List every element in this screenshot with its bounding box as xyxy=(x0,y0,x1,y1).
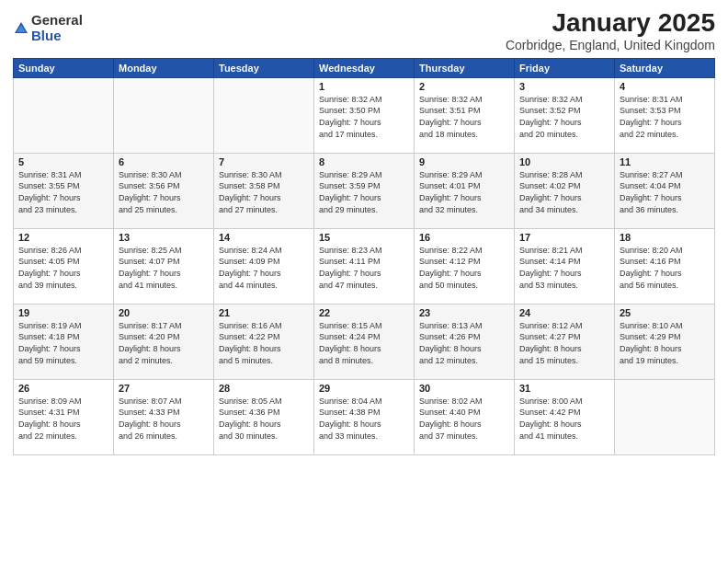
day-cell: 15Sunrise: 8:23 AM Sunset: 4:11 PM Dayli… xyxy=(314,228,415,304)
day-info: Sunrise: 8:30 AM Sunset: 3:56 PM Dayligh… xyxy=(119,169,209,215)
calendar-header: SundayMondayTuesdayWednesdayThursdayFrid… xyxy=(14,58,715,77)
day-cell: 12Sunrise: 8:26 AM Sunset: 4:05 PM Dayli… xyxy=(14,228,114,304)
day-info: Sunrise: 8:29 AM Sunset: 4:01 PM Dayligh… xyxy=(419,169,509,215)
day-number: 16 xyxy=(419,232,509,243)
week-row-4: 19Sunrise: 8:19 AM Sunset: 4:18 PM Dayli… xyxy=(14,304,715,379)
day-info: Sunrise: 8:23 AM Sunset: 4:11 PM Dayligh… xyxy=(319,245,409,291)
day-info: Sunrise: 8:27 AM Sunset: 4:04 PM Dayligh… xyxy=(620,169,710,215)
day-number: 8 xyxy=(319,156,409,167)
day-info: Sunrise: 8:31 AM Sunset: 3:55 PM Dayligh… xyxy=(18,169,108,215)
day-number: 3 xyxy=(519,81,609,92)
day-cell: 23Sunrise: 8:13 AM Sunset: 4:26 PM Dayli… xyxy=(415,304,515,379)
header: General Blue January 2025 Corbridge, Eng… xyxy=(13,9,715,52)
week-row-3: 12Sunrise: 8:26 AM Sunset: 4:05 PM Dayli… xyxy=(14,228,715,304)
header-row: SundayMondayTuesdayWednesdayThursdayFrid… xyxy=(14,58,715,77)
month-title: January 2025 xyxy=(506,9,715,38)
day-number: 9 xyxy=(419,156,509,167)
day-number: 19 xyxy=(18,307,108,318)
day-number: 23 xyxy=(419,307,509,318)
day-cell: 11Sunrise: 8:27 AM Sunset: 4:04 PM Dayli… xyxy=(615,153,715,228)
day-info: Sunrise: 8:10 AM Sunset: 4:29 PM Dayligh… xyxy=(620,320,710,366)
day-cell: 18Sunrise: 8:20 AM Sunset: 4:16 PM Dayli… xyxy=(615,228,715,304)
day-info: Sunrise: 8:13 AM Sunset: 4:26 PM Dayligh… xyxy=(419,320,509,366)
day-info: Sunrise: 8:28 AM Sunset: 4:02 PM Dayligh… xyxy=(519,169,609,215)
day-cell: 6Sunrise: 8:30 AM Sunset: 3:56 PM Daylig… xyxy=(114,153,214,228)
day-number: 25 xyxy=(620,307,710,318)
header-cell-sunday: Sunday xyxy=(14,58,114,77)
day-number: 1 xyxy=(319,81,409,92)
day-cell: 5Sunrise: 8:31 AM Sunset: 3:55 PM Daylig… xyxy=(14,153,114,228)
page: General Blue January 2025 Corbridge, Eng… xyxy=(0,0,728,563)
logo-icon xyxy=(13,20,29,37)
day-number: 7 xyxy=(219,156,309,167)
day-number: 29 xyxy=(319,383,409,394)
day-number: 17 xyxy=(519,232,609,243)
day-cell: 1Sunrise: 8:32 AM Sunset: 3:50 PM Daylig… xyxy=(314,77,415,153)
logo-text: General Blue xyxy=(31,13,83,43)
day-info: Sunrise: 8:31 AM Sunset: 3:53 PM Dayligh… xyxy=(620,94,710,140)
day-info: Sunrise: 8:05 AM Sunset: 4:36 PM Dayligh… xyxy=(219,396,309,442)
day-cell xyxy=(114,77,214,153)
day-number: 6 xyxy=(119,156,209,167)
calendar-table: SundayMondayTuesdayWednesdayThursdayFrid… xyxy=(13,58,715,455)
day-info: Sunrise: 8:12 AM Sunset: 4:27 PM Dayligh… xyxy=(519,320,609,366)
day-number: 27 xyxy=(119,383,209,394)
day-info: Sunrise: 8:19 AM Sunset: 4:18 PM Dayligh… xyxy=(18,320,108,366)
day-cell xyxy=(214,77,314,153)
day-info: Sunrise: 8:22 AM Sunset: 4:12 PM Dayligh… xyxy=(419,245,509,291)
day-number: 12 xyxy=(18,232,108,243)
day-info: Sunrise: 8:25 AM Sunset: 4:07 PM Dayligh… xyxy=(119,245,209,291)
title-block: January 2025 Corbridge, England, United … xyxy=(506,9,715,52)
day-info: Sunrise: 8:20 AM Sunset: 4:16 PM Dayligh… xyxy=(620,245,710,291)
logo-blue: Blue xyxy=(31,29,83,44)
day-number: 2 xyxy=(419,81,509,92)
day-info: Sunrise: 8:04 AM Sunset: 4:38 PM Dayligh… xyxy=(319,396,409,442)
day-number: 26 xyxy=(18,383,108,394)
day-info: Sunrise: 8:02 AM Sunset: 4:40 PM Dayligh… xyxy=(419,396,509,442)
day-cell: 9Sunrise: 8:29 AM Sunset: 4:01 PM Daylig… xyxy=(415,153,515,228)
day-info: Sunrise: 8:32 AM Sunset: 3:51 PM Dayligh… xyxy=(419,94,509,140)
day-cell xyxy=(14,77,114,153)
logo-general: General xyxy=(31,13,83,29)
day-cell: 26Sunrise: 8:09 AM Sunset: 4:31 PM Dayli… xyxy=(14,379,114,454)
day-info: Sunrise: 8:24 AM Sunset: 4:09 PM Dayligh… xyxy=(219,245,309,291)
day-info: Sunrise: 8:17 AM Sunset: 4:20 PM Dayligh… xyxy=(119,320,209,366)
day-number: 11 xyxy=(620,156,710,167)
week-row-2: 5Sunrise: 8:31 AM Sunset: 3:55 PM Daylig… xyxy=(14,153,715,228)
day-number: 30 xyxy=(419,383,509,394)
day-info: Sunrise: 8:15 AM Sunset: 4:24 PM Dayligh… xyxy=(319,320,409,366)
location-title: Corbridge, England, United Kingdom xyxy=(506,38,715,52)
day-info: Sunrise: 8:00 AM Sunset: 4:42 PM Dayligh… xyxy=(519,396,609,442)
day-number: 5 xyxy=(18,156,108,167)
day-cell: 13Sunrise: 8:25 AM Sunset: 4:07 PM Dayli… xyxy=(114,228,214,304)
day-cell xyxy=(615,379,715,454)
day-cell: 17Sunrise: 8:21 AM Sunset: 4:14 PM Dayli… xyxy=(515,228,615,304)
day-cell: 27Sunrise: 8:07 AM Sunset: 4:33 PM Dayli… xyxy=(114,379,214,454)
day-number: 4 xyxy=(620,81,710,92)
day-cell: 7Sunrise: 8:30 AM Sunset: 3:58 PM Daylig… xyxy=(214,153,314,228)
week-row-5: 26Sunrise: 8:09 AM Sunset: 4:31 PM Dayli… xyxy=(14,379,715,454)
day-cell: 22Sunrise: 8:15 AM Sunset: 4:24 PM Dayli… xyxy=(314,304,415,379)
day-info: Sunrise: 8:09 AM Sunset: 4:31 PM Dayligh… xyxy=(18,396,108,442)
day-info: Sunrise: 8:32 AM Sunset: 3:52 PM Dayligh… xyxy=(519,94,609,140)
day-cell: 30Sunrise: 8:02 AM Sunset: 4:40 PM Dayli… xyxy=(415,379,515,454)
calendar-body: 1Sunrise: 8:32 AM Sunset: 3:50 PM Daylig… xyxy=(14,77,715,454)
day-info: Sunrise: 8:30 AM Sunset: 3:58 PM Dayligh… xyxy=(219,169,309,215)
day-cell: 4Sunrise: 8:31 AM Sunset: 3:53 PM Daylig… xyxy=(615,77,715,153)
day-number: 15 xyxy=(319,232,409,243)
day-cell: 24Sunrise: 8:12 AM Sunset: 4:27 PM Dayli… xyxy=(515,304,615,379)
day-info: Sunrise: 8:26 AM Sunset: 4:05 PM Dayligh… xyxy=(18,245,108,291)
day-info: Sunrise: 8:16 AM Sunset: 4:22 PM Dayligh… xyxy=(219,320,309,366)
day-number: 14 xyxy=(219,232,309,243)
header-cell-saturday: Saturday xyxy=(615,58,715,77)
week-row-1: 1Sunrise: 8:32 AM Sunset: 3:50 PM Daylig… xyxy=(14,77,715,153)
day-number: 24 xyxy=(519,307,609,318)
header-cell-thursday: Thursday xyxy=(415,58,515,77)
header-cell-friday: Friday xyxy=(515,58,615,77)
logo: General Blue xyxy=(13,13,83,43)
day-cell: 10Sunrise: 8:28 AM Sunset: 4:02 PM Dayli… xyxy=(515,153,615,228)
day-cell: 28Sunrise: 8:05 AM Sunset: 4:36 PM Dayli… xyxy=(214,379,314,454)
day-number: 31 xyxy=(519,383,609,394)
day-cell: 16Sunrise: 8:22 AM Sunset: 4:12 PM Dayli… xyxy=(415,228,515,304)
day-number: 18 xyxy=(620,232,710,243)
